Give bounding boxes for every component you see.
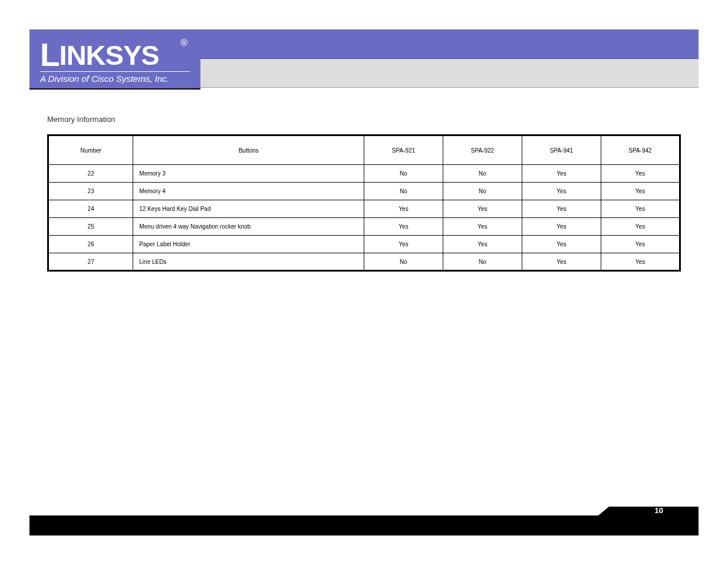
- cell-label: Memory 4: [133, 183, 364, 200]
- table-row: 27 Line LEDs No No Yes Yes: [48, 253, 680, 271]
- cell-label: 12 Keys Hard Key Dial Pad: [133, 200, 364, 218]
- footer-notch: 10: [598, 507, 699, 515]
- cell-label: Menu driven 4 way Navigation rocker knob: [133, 218, 364, 236]
- cell-number: 26: [48, 236, 133, 253]
- cell-spa921: No: [364, 165, 443, 183]
- cell-spa922: No: [443, 165, 522, 183]
- section-title: Memory Information: [47, 115, 681, 124]
- table-header-row: Number Buttons SPA-921 SPA-922 SPA-941 S…: [48, 135, 680, 165]
- cell-spa921: Yes: [364, 200, 443, 218]
- cell-number: 22: [48, 165, 133, 183]
- footer: 10: [29, 515, 699, 535]
- cell-spa921: No: [364, 253, 443, 271]
- cell-number: 27: [48, 253, 133, 271]
- cell-spa942: Yes: [601, 183, 680, 200]
- cell-spa922: No: [443, 183, 522, 200]
- cell-spa942: Yes: [601, 165, 680, 183]
- table-row: 22 Memory 3 No No Yes Yes: [48, 165, 680, 183]
- header-spa921: SPA-921: [364, 135, 443, 165]
- table-row: 25 Menu driven 4 way Navigation rocker k…: [48, 218, 680, 236]
- cell-number: 23: [48, 183, 133, 200]
- cell-spa922: Yes: [443, 200, 522, 218]
- cell-label: Paper Label Holder: [133, 236, 364, 253]
- footer-bar: [29, 515, 699, 535]
- cell-spa921: Yes: [364, 236, 443, 253]
- header-number: Number: [48, 135, 133, 165]
- logo-block: LINKSYS ® A Division of Cisco Systems, I…: [29, 29, 200, 88]
- cell-spa941: Yes: [522, 200, 601, 218]
- cell-label: Line LEDs: [133, 253, 364, 271]
- cell-spa942: Yes: [601, 236, 680, 253]
- cell-label: Memory 3: [133, 165, 364, 183]
- cell-spa941: Yes: [522, 218, 601, 236]
- cell-spa942: Yes: [601, 218, 680, 236]
- cell-spa941: Yes: [522, 183, 601, 200]
- header-spa922: SPA-922: [443, 135, 522, 165]
- cell-spa941: Yes: [522, 253, 601, 271]
- cell-spa922: Yes: [443, 236, 522, 253]
- logo-divider: [40, 71, 190, 72]
- table-row: 23 Memory 4 No No Yes Yes: [48, 183, 680, 200]
- document-header: LINKSYS ® A Division of Cisco Systems, I…: [29, 29, 699, 88]
- table-row: 24 12 Keys Hard Key Dial Pad Yes Yes Yes…: [48, 200, 680, 218]
- cell-spa941: Yes: [522, 165, 601, 183]
- cell-number: 24: [48, 200, 133, 218]
- header-buttons: Buttons: [133, 135, 364, 165]
- cell-spa922: No: [443, 253, 522, 271]
- header-gray-bar: [200, 59, 699, 88]
- registered-mark: ®: [180, 38, 187, 48]
- cell-spa942: Yes: [601, 253, 680, 271]
- header-purple-bar: [200, 29, 699, 59]
- header-right: [200, 29, 699, 88]
- header-spa941: SPA-941: [522, 135, 601, 165]
- header-spa942: SPA-942: [601, 135, 680, 165]
- cell-number: 25: [48, 218, 133, 236]
- page-number: 10: [655, 506, 663, 515]
- logo-brand: LINKSYS: [40, 38, 190, 70]
- cell-spa942: Yes: [601, 200, 680, 218]
- memory-info-table: Number Buttons SPA-921 SPA-922 SPA-941 S…: [47, 134, 681, 272]
- logo-subtitle: A Division of Cisco Systems, Inc.: [40, 74, 190, 84]
- cell-spa941: Yes: [522, 236, 601, 253]
- cell-spa922: Yes: [443, 218, 522, 236]
- table-row: 26 Paper Label Holder Yes Yes Yes Yes: [48, 236, 680, 253]
- cell-spa921: Yes: [364, 218, 443, 236]
- cell-spa921: No: [364, 183, 443, 200]
